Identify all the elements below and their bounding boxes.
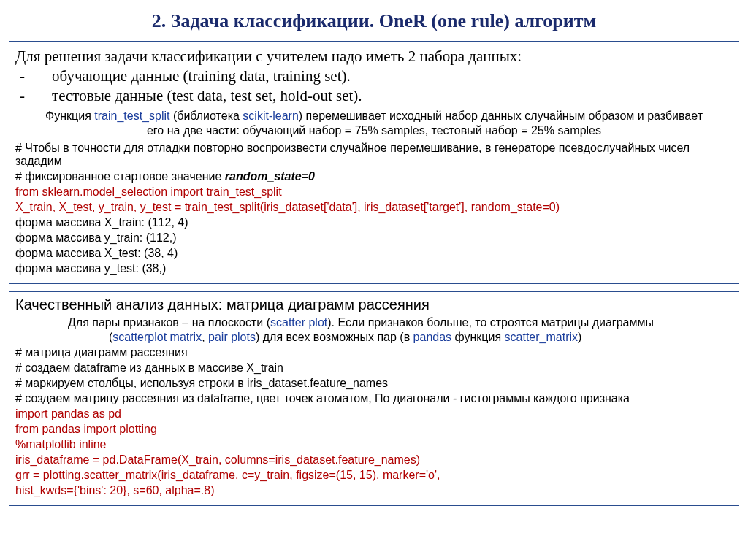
panel-scatter: Качественный анализ данных: матрица диаг… [9,291,739,506]
scatter-sub2: (scatterplot matrix, pair plots) для все… [109,331,733,344]
code-scatter-matrix-call: grr = plotting.scatter_matrix(iris_dataf… [15,469,733,482]
comment-columns: # маркируем столбцы, используя строки в … [15,377,733,390]
comment-create-matrix: # создаем матрицу рассеяния из dataframe… [15,392,733,405]
link-scatter-matrix-fn[interactable]: scatter_matrix [505,331,578,343]
link-scatter-plot[interactable]: scatter plot [270,316,327,329]
comment-reproduce: # Чтобы в точности для отладки повторно … [15,142,733,168]
shape-y-test: форма массива y_test: (38,) [15,262,733,275]
sub1-post: ). Если признаков больше, то строятся ма… [327,316,654,329]
bullet-training: -обучающие данные (training data, traini… [15,67,733,85]
random-state-literal: random_state=0 [225,170,315,183]
sub2-mid2: функция [451,331,504,343]
scatter-sub1: Для пары признаков – на плоскости (scatt… [68,316,733,329]
code-matplotlib-inline: %matplotlib inline [15,438,733,451]
sub2-mid: ) для всех возможных пар (в [256,331,413,343]
shape-x-test: форма массива X_test: (38, 4) [15,247,733,260]
note-pre: Функция [45,110,94,122]
comment2-pre: # фиксированное стартовое значение [15,170,225,183]
comment-dataframe: # создаем dataframe из данных в массиве … [15,361,733,375]
note-post1: ) перемешивает исходный набор данных слу… [299,110,703,122]
sub1-pre: Для пары признаков – на плоскости ( [68,316,270,329]
comment-random-state: # фиксированное стартовое значение rando… [15,170,733,183]
split-note-line1: Функция train_test_split (библиотека sci… [15,110,733,123]
code-import-split: from sklearn.model_selection import trai… [15,185,733,199]
intro-text: Для решения задачи классификации с учите… [15,47,733,66]
panel-datasets: Для решения задачи классификации с учите… [9,41,739,284]
code-import-pd: import pandas as pd [15,407,733,421]
shape-x-train: форма массива X_train: (112, 4) [15,216,733,229]
page-title: 2. Задача классификации. OneR (one rule)… [9,10,739,32]
code-import-plotting: from pandas import plotting [15,423,733,436]
comment-matrix: # матрица диаграмм рассеяния [15,346,733,359]
bullet-test-text: тестовые данные (test data, test set, ho… [52,87,362,104]
link-pandas[interactable]: pandas [413,331,452,343]
code-iris-dataframe: iris_dataframe = pd.DataFrame(X_train, c… [15,453,733,467]
sub2-post: ) [578,331,581,343]
split-note-line2: его на две части: обучающий набор = 75% … [15,124,733,137]
panel2-heading: Качественный анализ данных: матрица диаг… [15,296,733,313]
link-scatterplot-matrix[interactable]: scatterplot matrix [112,331,202,343]
code-call-split: X_train, X_test, y_train, y_test = train… [15,201,733,214]
bullet-test: -тестовые данные (test data, test set, h… [15,87,733,105]
bullet-training-text: обучающие данные (training data, trainin… [52,67,351,85]
link-pair-plots[interactable]: pair plots [208,331,256,343]
link-train-test-split[interactable]: train_test_split [94,110,169,122]
sub2-sep: , [202,331,208,343]
note-mid1: (библиотека [169,110,243,122]
shape-y-train: форма массива y_train: (112,) [15,231,733,245]
code-scatter-matrix-kwargs: hist_kwds={'bins': 20}, s=60, alpha=.8) [15,484,733,497]
link-scikit-learn[interactable]: scikit-learn [243,110,298,122]
